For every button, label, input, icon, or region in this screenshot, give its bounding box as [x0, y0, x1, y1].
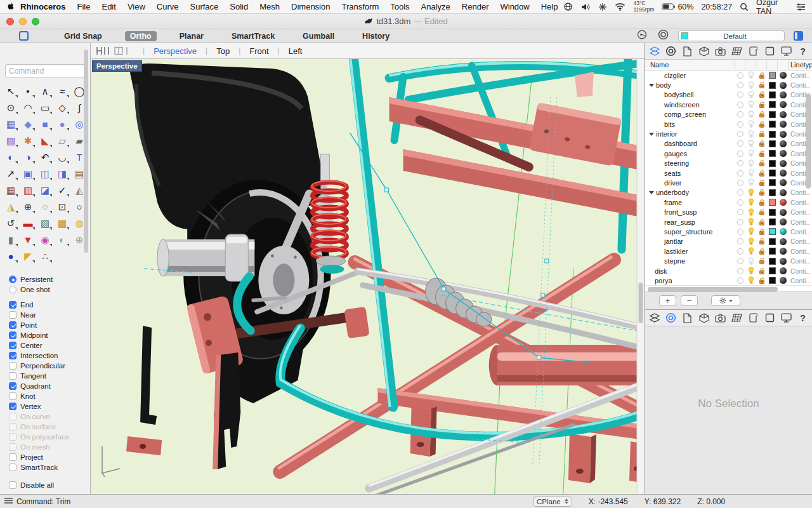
- lock-icon[interactable]: [756, 248, 767, 255]
- viewport-tab-top[interactable]: Top: [216, 46, 230, 56]
- osnap-on-curve[interactable]: On curve: [9, 411, 90, 422]
- menu-mesh[interactable]: Mesh: [254, 2, 285, 11]
- tool-mirror-icon[interactable]: ◫: [37, 166, 53, 182]
- viewport-tab-front[interactable]: Front: [249, 46, 268, 56]
- mode-toggle-planar[interactable]: Planar: [174, 31, 209, 41]
- cube-panel-icon[interactable]: [698, 312, 710, 324]
- checkbox[interactable]: [9, 423, 16, 431]
- current-layer-radio[interactable]: [735, 91, 745, 98]
- camera-panel-icon[interactable]: [714, 312, 726, 324]
- lock-icon[interactable]: [756, 228, 767, 236]
- checkbox[interactable]: [9, 352, 16, 359]
- tool-point-icon[interactable]: •: [20, 83, 36, 99]
- visibility-bulb-icon[interactable]: [745, 247, 756, 255]
- layer-row-cizgiler[interactable]: cizgilerConti..: [645, 70, 812, 80]
- scroll-panel-icon[interactable]: [747, 45, 759, 57]
- lock-icon[interactable]: [756, 257, 767, 265]
- control-center-icon[interactable]: [796, 3, 806, 11]
- material-sphere-icon[interactable]: [778, 140, 789, 147]
- properties-panel-icon[interactable]: [665, 45, 677, 57]
- lock-icon[interactable]: [756, 110, 767, 118]
- current-layer-radio[interactable]: [735, 268, 745, 274]
- lock-icon[interactable]: [756, 72, 767, 79]
- material-sphere-icon[interactable]: [778, 160, 789, 167]
- cube-panel-icon[interactable]: [698, 45, 710, 57]
- visibility-bulb-icon[interactable]: [745, 120, 756, 128]
- material-sphere-icon[interactable]: [778, 72, 789, 79]
- tool-fillet-surface-icon[interactable]: ◣: [37, 133, 53, 149]
- layer-row-rear_susp[interactable]: rear_suspConti..: [645, 217, 812, 227]
- tool-select-icon[interactable]: ↖: [3, 83, 19, 99]
- current-layer-dropdown[interactable]: Default: [678, 30, 785, 41]
- spotlight-icon[interactable]: [740, 3, 749, 11]
- layer-color-swatch[interactable]: [767, 150, 778, 157]
- menu-transform[interactable]: Transform: [336, 2, 384, 11]
- help-panel-icon[interactable]: ?: [797, 45, 809, 57]
- lock-icon[interactable]: [756, 150, 767, 157]
- current-layer-radio[interactable]: [735, 170, 745, 177]
- osnap-on-polysurface[interactable]: On polysurface: [9, 432, 90, 442]
- material-sphere-icon[interactable]: [778, 150, 789, 157]
- scroll-panel-icon[interactable]: [747, 312, 759, 324]
- layer-color-swatch[interactable]: [767, 101, 778, 108]
- linetype-value[interactable]: Conti..: [789, 257, 812, 265]
- lock-icon[interactable]: [756, 267, 767, 275]
- osnap-knot[interactable]: Knot: [9, 391, 90, 401]
- material-sphere-icon[interactable]: [778, 170, 789, 177]
- checkbox[interactable]: [9, 464, 16, 471]
- visibility-bulb-icon[interactable]: [745, 198, 756, 206]
- layer-color-swatch[interactable]: [767, 258, 778, 265]
- tool-boolean-union-icon[interactable]: ◐: [3, 149, 19, 165]
- visibility-bulb-icon[interactable]: [745, 227, 756, 236]
- menu-view[interactable]: View: [122, 2, 151, 11]
- tool-arc-icon[interactable]: ◠: [20, 100, 36, 116]
- layers-panel-icon[interactable]: [648, 45, 660, 57]
- lock-icon[interactable]: [756, 179, 767, 187]
- menu-edit[interactable]: Edit: [96, 2, 121, 11]
- layer-color-swatch[interactable]: [767, 277, 778, 284]
- lock-icon[interactable]: [756, 237, 767, 245]
- layer-row-porya[interactable]: poryaConti..: [645, 276, 812, 285]
- lock-icon[interactable]: [756, 218, 767, 226]
- tool-named-view-icon[interactable]: ▬: [20, 215, 36, 231]
- tool-layout-icon[interactable]: ▩: [54, 215, 70, 231]
- layer-color-swatch[interactable]: [767, 199, 778, 206]
- osnap-project[interactable]: Project: [9, 452, 90, 462]
- lock-icon[interactable]: [756, 130, 767, 138]
- osnap-on-surface[interactable]: On surface: [9, 422, 90, 432]
- lock-icon[interactable]: [756, 81, 767, 89]
- visibility-bulb-icon[interactable]: [745, 267, 756, 275]
- material-sphere-icon[interactable]: [778, 101, 789, 108]
- current-layer-radio[interactable]: [735, 219, 745, 225]
- visibility-bulb-icon[interactable]: [745, 276, 756, 284]
- current-layer-radio[interactable]: [735, 199, 745, 206]
- linetype-value[interactable]: Conti..: [789, 199, 812, 206]
- battery-icon[interactable]: 60%: [662, 3, 693, 11]
- layer-row-bodyshell[interactable]: bodyshellConti..: [645, 90, 812, 100]
- filter-icon[interactable]: [657, 29, 669, 43]
- layer-color-swatch[interactable]: [767, 228, 778, 235]
- checkbox[interactable]: [9, 382, 16, 390]
- mode-toggle-history[interactable]: History: [357, 31, 395, 41]
- visibility-bulb-icon[interactable]: [745, 149, 756, 157]
- layer-color-swatch[interactable]: [767, 72, 778, 79]
- visibility-bulb-icon[interactable]: [745, 237, 756, 246]
- visibility-bulb-icon[interactable]: [745, 169, 756, 177]
- visibility-bulb-icon[interactable]: [745, 189, 756, 197]
- lock-icon[interactable]: [756, 101, 767, 109]
- material-sphere-icon[interactable]: [778, 209, 789, 216]
- menu-solid[interactable]: Solid: [224, 2, 254, 11]
- current-layer-radio[interactable]: [735, 180, 745, 186]
- tool-sphere-icon[interactable]: ●: [54, 116, 70, 132]
- material-sphere-icon[interactable]: [778, 121, 789, 128]
- record-history-icon[interactable]: [636, 29, 648, 43]
- lock-icon[interactable]: [756, 140, 767, 147]
- visibility-bulb-icon[interactable]: [745, 159, 756, 168]
- current-layer-radio[interactable]: [735, 150, 745, 157]
- linetype-value[interactable]: Conti..: [789, 81, 812, 89]
- lock-icon[interactable]: [756, 170, 767, 177]
- tool-polyline-icon[interactable]: ∧: [37, 83, 53, 99]
- current-layer-radio[interactable]: [735, 238, 745, 244]
- add-layer-button[interactable]: +: [659, 295, 676, 306]
- material-sphere-icon[interactable]: [778, 189, 789, 196]
